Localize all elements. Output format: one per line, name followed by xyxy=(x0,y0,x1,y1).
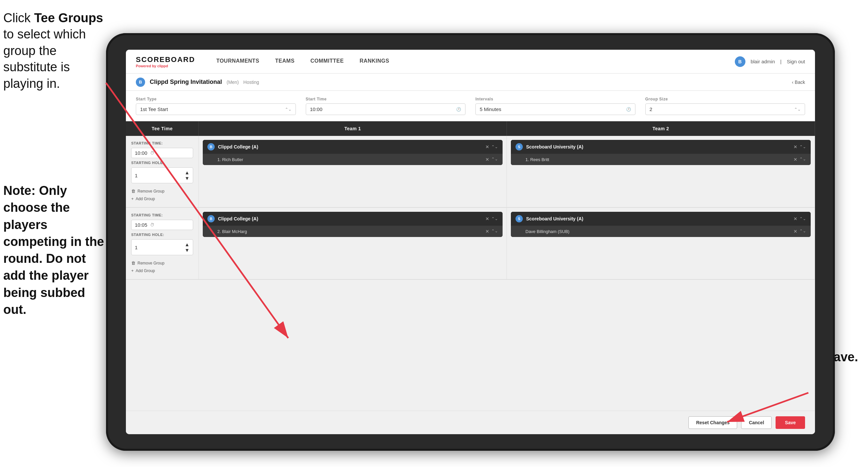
group-size-input[interactable]: 2 ⌃⌄ xyxy=(645,104,805,115)
cancel-button[interactable]: Cancel xyxy=(741,416,772,429)
starting-hole-input-1[interactable]: 1 ▲▼ xyxy=(131,167,193,183)
team1-badge-2: B xyxy=(207,215,215,223)
instruction-bold: Tee Groups xyxy=(34,11,103,25)
clock-icon-2: ⏱ xyxy=(150,223,154,227)
team2-chevron-icon-1[interactable]: ⌃⌄ xyxy=(799,145,806,149)
nav-rankings[interactable]: RANKINGS xyxy=(352,50,397,74)
sub-header-badge: B xyxy=(136,78,145,87)
team1-cell-1: B Clippd College (A) ✕ ⌃⌄ 1. Rich Butler xyxy=(199,136,507,207)
team1-badge-1: B xyxy=(207,143,215,150)
reset-changes-button[interactable]: Reset Changes xyxy=(688,416,737,429)
tee-group-row-2: STARTING TIME: 10:05 ⏱ STARTING HOLE: 1 … xyxy=(126,208,815,280)
nav-right: B blair admin | Sign out xyxy=(735,56,805,67)
add-group-btn-2[interactable]: + Add Group xyxy=(131,267,193,274)
start-type-arrow: ⌃⌄ xyxy=(285,107,291,112)
team2-cell-1: S Scoreboard University (A) ✕ ⌃⌄ 1. Rees… xyxy=(507,136,815,207)
logo-area: SCOREBOARD Powered by clippd xyxy=(136,55,195,68)
instruction-part1: Click xyxy=(3,11,34,25)
player-chevron-icon-t2-2-0[interactable]: ⌃⌄ xyxy=(799,229,806,234)
start-type-input[interactable]: 1st Tee Start ⌃⌄ xyxy=(136,104,296,115)
team2-controls-2: ✕ ⌃⌄ xyxy=(794,216,806,222)
intervals-value: 5 Minutes xyxy=(480,107,501,112)
player-close-icon-1-0[interactable]: ✕ xyxy=(485,157,489,162)
team1-player-row-1-0: 1. Rich Butler ✕ ⌃⌄ xyxy=(203,154,503,165)
add-group-label-2: Add Group xyxy=(136,268,155,273)
team2-name-1: Scoreboard University (A) xyxy=(526,144,790,149)
starting-hole-input-2[interactable]: 1 ▲▼ xyxy=(131,239,193,255)
remove-group-btn-2[interactable]: 🗑 Remove Group xyxy=(131,260,193,266)
starting-time-label-2: STARTING TIME: xyxy=(131,213,193,217)
intervals-label: Intervals xyxy=(475,97,636,101)
start-time-input[interactable]: 10:00 🕐 xyxy=(306,104,466,115)
intervals-input[interactable]: 5 Minutes 🕐 xyxy=(475,104,636,115)
remove-group-btn-1[interactable]: 🗑 Remove Group xyxy=(131,188,193,194)
player-close-icon-t2-1-0[interactable]: ✕ xyxy=(794,157,798,162)
team2-name-2: Scoreboard University (A) xyxy=(526,216,790,222)
player-chevron-icon-t2-1-0[interactable]: ⌃⌄ xyxy=(799,157,806,162)
logo-scoreboard: SCOREBOARD xyxy=(136,55,195,64)
trash-icon-1: 🗑 xyxy=(131,188,135,194)
back-button[interactable]: ‹ Back xyxy=(792,80,805,85)
starting-time-value-2: 10:05 xyxy=(135,222,148,228)
team1-header-2: B Clippd College (A) ✕ ⌃⌄ xyxy=(203,212,503,226)
nav-user: blair admin xyxy=(751,59,775,64)
trash-icon-2: 🗑 xyxy=(131,261,135,265)
tee-actions-1: 🗑 Remove Group + Add Group xyxy=(131,188,193,202)
col-team2: Team 2 xyxy=(507,121,815,136)
team1-player-name-2-0: 2. Blair McHarg xyxy=(217,229,485,234)
team1-chevron-icon-1[interactable]: ⌃⌄ xyxy=(491,145,498,149)
nav-teams[interactable]: TEAMS xyxy=(267,50,303,74)
team2-controls-1: ✕ ⌃⌄ xyxy=(794,144,806,149)
team2-chevron-icon-2[interactable]: ⌃⌄ xyxy=(799,216,806,221)
nav-links: TOURNAMENTS TEAMS COMMITTEE RANKINGS xyxy=(208,50,735,74)
starting-time-value-1: 10:00 xyxy=(135,150,148,156)
nav-signout[interactable]: Sign out xyxy=(787,59,805,64)
save-button[interactable]: Save xyxy=(776,416,805,429)
group-size-arrow: ⌃⌄ xyxy=(794,107,801,112)
nav-avatar: B xyxy=(735,56,745,67)
hole-stepper-2[interactable]: ▲▼ xyxy=(185,242,189,253)
team1-player-name-1-0: 1. Rich Butler xyxy=(217,157,485,162)
team2-player-row-1-0: 1. Rees Britt ✕ ⌃⌄ xyxy=(511,154,811,165)
starting-time-input-1[interactable]: 10:00 ⏱ xyxy=(131,148,193,158)
team2-player-controls-1-0: ✕ ⌃⌄ xyxy=(794,157,806,162)
start-time-clock-icon: 🕐 xyxy=(456,107,461,112)
nav-committee[interactable]: COMMITTEE xyxy=(303,50,352,74)
team2-header-1: S Scoreboard University (A) ✕ ⌃⌄ xyxy=(511,140,811,154)
team1-cell-2: B Clippd College (A) ✕ ⌃⌄ 2. Blair McHar… xyxy=(199,208,507,279)
team1-player-controls-1-0: ✕ ⌃⌄ xyxy=(485,157,498,162)
team1-close-icon-2[interactable]: ✕ xyxy=(485,216,489,222)
start-type-label: Start Type xyxy=(136,97,296,101)
hole-stepper-1[interactable]: ▲▼ xyxy=(185,170,189,181)
sub-header-hosting: Hosting xyxy=(244,80,259,85)
plus-icon-2: + xyxy=(131,268,134,273)
player-close-icon-t2-2-0[interactable]: ✕ xyxy=(794,229,798,234)
tee-left-1: STARTING TIME: 10:00 ⏱ STARTING HOLE: 1 … xyxy=(126,136,199,207)
nav-tournaments[interactable]: TOURNAMENTS xyxy=(208,50,267,74)
team1-chevron-icon-2[interactable]: ⌃⌄ xyxy=(491,216,498,221)
group-size-value: 2 xyxy=(650,107,652,112)
starting-hole-label-1: STARTING HOLE: xyxy=(131,161,193,165)
starting-time-label-1: STARTING TIME: xyxy=(131,141,193,145)
player-close-icon-2-0[interactable]: ✕ xyxy=(485,229,489,234)
logo-powered-text: Powered by xyxy=(136,64,157,68)
team2-close-icon-1[interactable]: ✕ xyxy=(794,144,798,149)
team2-card-1: S Scoreboard University (A) ✕ ⌃⌄ 1. Rees… xyxy=(511,140,811,165)
team1-close-icon-1[interactable]: ✕ xyxy=(485,144,489,149)
logo-brand: clippd xyxy=(157,64,168,68)
tablet-screen: SCOREBOARD Powered by clippd TOURNAMENTS… xyxy=(126,50,815,434)
tee-group-row-1: STARTING TIME: 10:00 ⏱ STARTING HOLE: 1 … xyxy=(126,136,815,208)
player-chevron-icon-2-0[interactable]: ⌃⌄ xyxy=(491,229,498,234)
instruction-main: Click Tee Groups to select which group t… xyxy=(3,10,106,92)
start-time-value: 10:00 xyxy=(310,107,323,112)
team2-cell-2: S Scoreboard University (A) ✕ ⌃⌄ Dave Bi… xyxy=(507,208,815,279)
team2-player-name-1-0: 1. Rees Britt xyxy=(525,157,794,162)
player-chevron-icon-1-0[interactable]: ⌃⌄ xyxy=(491,157,498,162)
team1-player-row-2-0: 2. Blair McHarg ✕ ⌃⌄ xyxy=(203,226,503,237)
team2-close-icon-2[interactable]: ✕ xyxy=(794,216,798,222)
team2-player-controls-2-0: ✕ ⌃⌄ xyxy=(794,229,806,234)
add-group-btn-1[interactable]: + Add Group xyxy=(131,196,193,202)
starting-hole-value-2: 1 xyxy=(135,244,137,250)
starting-time-input-2[interactable]: 10:05 ⏱ xyxy=(131,220,193,230)
remove-group-label-1: Remove Group xyxy=(137,189,164,194)
